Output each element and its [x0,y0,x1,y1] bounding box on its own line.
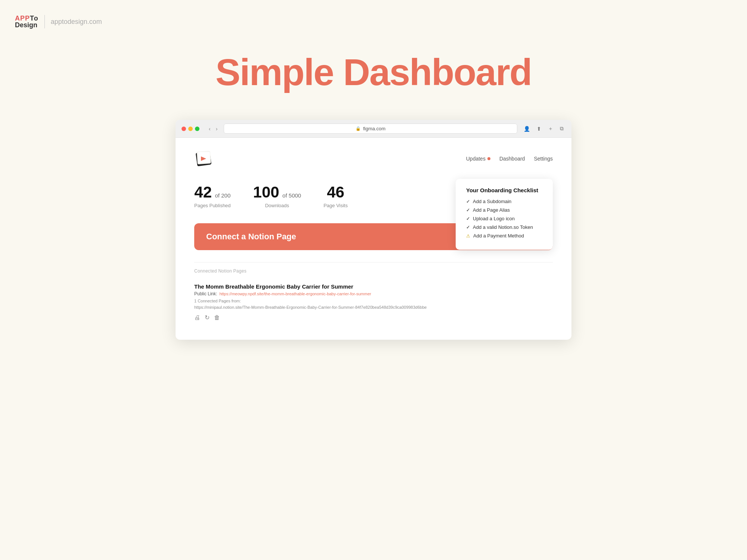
stat-of-downloads: of 5000 [282,192,301,199]
refresh-button[interactable]: ↻ [205,314,210,321]
address-bar[interactable]: 🔒 figma.com [224,124,517,134]
app-logo [194,149,214,168]
checklist-text-5: Add a Payment Method [473,233,524,239]
svg-rect-2 [198,152,210,163]
checklist-item-5: ⚠ Add a Payment Method [466,233,542,239]
nav-updates[interactable]: Updates [466,156,490,162]
stat-downloads: 100 of 5000 Downloads [253,183,301,208]
page-card-link-row: Public Link: https://meowpy.npdf.site/th… [194,291,553,296]
logo-app: APPTo [15,15,38,22]
site-url: apptodesign.com [51,18,102,26]
checklist-text-4: Add a valid Notion.so Token [473,224,533,230]
public-link-label: Public Link: [194,291,217,296]
checklist-text-1: Add a Subdomain [473,199,511,204]
checklist-title: Your Onboarding Checklist [466,187,542,193]
nav-links: Updates Dashboard Settings [466,156,553,162]
check-icon-2: ✓ [466,208,470,213]
stat-label-visits: Page Visits [323,203,348,208]
logo-divider [44,15,45,28]
cta-label: Connect a Notion Page [206,232,296,242]
logo-icon [194,149,214,168]
app-content: Updates Dashboard Settings 42 of 200 Pag… [176,138,571,340]
public-link-url[interactable]: https://meowpy.npdf.site/the-momm-breath… [219,292,371,296]
check-icon-4: ✓ [466,225,470,230]
browser-toolbar: ‹ › 🔒 figma.com 👤 ⬆ ＋ ⧉ [176,120,571,138]
top-bar: APPTo Design apptodesign.com [15,15,732,28]
stat-number-pages: 42 [194,183,212,201]
tab-overview-button[interactable]: ⧉ [558,125,565,133]
nav-settings[interactable]: Settings [534,156,553,162]
stat-number-downloads: 100 [253,183,279,201]
browser-nav: ‹ › [207,125,219,133]
stat-of-pages: of 200 [215,192,231,199]
connected-label: Connected Notion Pages [194,268,553,274]
connected-from: 1 Connected Pages from: https://minipaul… [194,298,553,310]
back-button[interactable]: ‹ [207,125,213,133]
page-title-section: Simple Dashboard [15,51,732,94]
print-button[interactable]: 🖨 [194,314,200,321]
checklist-text-2: Add a Page Alias [473,207,510,213]
checklist-card: Your Onboarding Checklist ✓ Add a Subdom… [456,179,553,250]
updates-label: Updates [466,156,486,162]
checklist-item-4: ✓ Add a valid Notion.so Token [466,224,542,230]
connected-page-card: The Momm Breathable Ergonomic Baby Carri… [194,280,553,325]
browser-window: ‹ › 🔒 figma.com 👤 ⬆ ＋ ⧉ [176,120,571,340]
new-tab-button[interactable]: ＋ [546,125,555,133]
warning-icon-5: ⚠ [466,233,470,239]
forward-button[interactable]: › [214,125,220,133]
close-dot[interactable] [182,127,186,131]
maximize-dot[interactable] [195,127,199,131]
page-card-title: The Momm Breathable Ergonomic Baby Carri… [194,283,553,290]
minimize-dot[interactable] [188,127,193,131]
browser-actions: 👤 ⬆ ＋ ⧉ [522,125,565,133]
check-icon-3: ✓ [466,216,470,221]
stat-page-visits: 46 Page Visits [323,183,348,208]
page-title: Simple Dashboard [15,51,732,94]
browser-traffic-lights [182,127,199,131]
checklist-item-2: ✓ Add a Page Alias [466,207,542,213]
updates-notification-dot [487,157,490,160]
stat-label-downloads: Downloads [253,203,301,208]
page-card-actions: 🖨 ↻ 🗑 [194,314,553,321]
logo-design: Design [15,22,38,28]
profile-button[interactable]: 👤 [522,125,532,133]
checklist-item-1: ✓ Add a Subdomain [466,199,542,204]
checklist-text-3: Upload a Logo icon [473,216,515,221]
stat-label-pages: Pages Published [194,203,231,208]
lock-icon: 🔒 [356,126,361,131]
address-text: figma.com [363,126,385,131]
share-button[interactable]: ⬆ [535,125,543,133]
checklist-item-3: ✓ Upload a Logo icon [466,216,542,221]
logo-block: APPTo Design [15,15,38,28]
app-nav: Updates Dashboard Settings [194,149,553,168]
connected-section: Connected Notion Pages The Momm Breathab… [194,262,553,325]
delete-button[interactable]: 🗑 [214,314,220,321]
check-icon-1: ✓ [466,199,470,204]
stat-number-visits: 46 [327,183,344,201]
nav-dashboard[interactable]: Dashboard [499,156,525,162]
stat-pages-published: 42 of 200 Pages Published [194,183,231,208]
